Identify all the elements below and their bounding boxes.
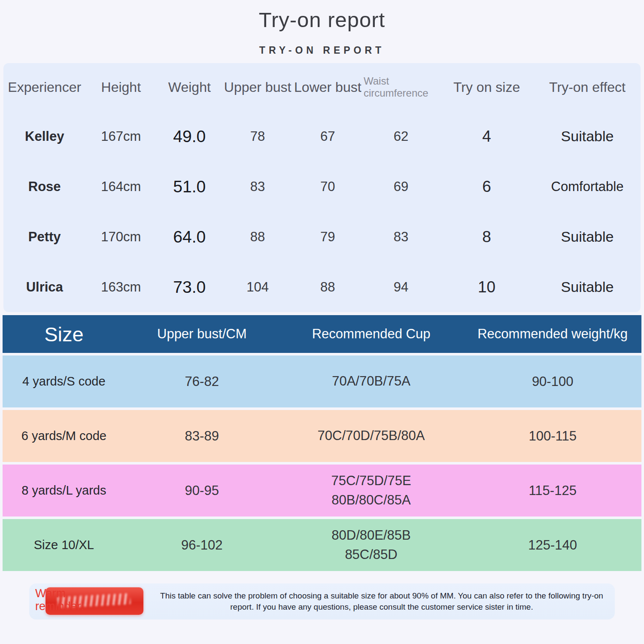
cell-bust-range: 76-82	[125, 374, 279, 389]
reminder-text: This table can solve the problem of choo…	[155, 590, 615, 612]
cell-size-label: Size 10/XL	[3, 538, 125, 552]
cell-waist: 62	[363, 129, 439, 144]
column-header-size: Size	[3, 322, 125, 346]
cell-upper-bust: 83	[222, 179, 292, 194]
table-row: Rose 164cm 51.0 83 70 69 6 Comfortable	[3, 161, 641, 212]
cell-height: 170cm	[85, 229, 156, 245]
cell-try-on-effect: Suitable	[534, 228, 641, 245]
column-header-recommended-cup: Recommended Cup	[279, 326, 464, 342]
warm-reminder-label-line2: reminder:	[35, 600, 84, 613]
cell-size-label: 6 yards/M code	[3, 429, 125, 443]
column-header-height: Height	[85, 79, 156, 95]
cell-recommended-cup: 70A/70B/75A	[279, 372, 464, 391]
column-header-recommended-weight: Recommended weight/kg	[464, 326, 641, 342]
cup-line: 80D/80E/85B	[279, 526, 464, 545]
size-row-m: 6 yards/M code 83-89 70C/70D/75B/80A 100…	[3, 410, 641, 462]
column-header-try-on-size: Try on size	[439, 79, 534, 95]
column-header-lower-bust: Lower bust	[293, 79, 363, 95]
cell-upper-bust: 104	[222, 279, 292, 295]
cell-try-on-size: 10	[439, 278, 534, 296]
cell-waist: 94	[363, 279, 439, 295]
cell-lower-bust: 79	[293, 229, 363, 245]
cell-weight: 64.0	[156, 228, 222, 246]
column-header-experiencer: Experiencer	[3, 79, 85, 95]
cell-weight: 51.0	[156, 177, 222, 196]
cell-weight-range: 100-115	[464, 428, 641, 444]
cell-size-label: 8 yards/L yards	[3, 483, 125, 498]
cell-weight-range: 125-140	[464, 538, 641, 553]
size-chart-header-row: Size Upper bust/CM Recommended Cup Recom…	[3, 315, 641, 353]
page-subtitle: TRY-ON REPORT	[0, 45, 644, 56]
warm-reminder-panel: Warm reminder: This table can solve the …	[29, 583, 615, 620]
title-block: Try-on report TRY-ON REPORT	[0, 0, 644, 63]
cup-line: 85C/85D	[279, 545, 464, 564]
cell-bust-range: 83-89	[125, 428, 279, 444]
cell-weight-range: 115-125	[464, 483, 641, 498]
cell-weight-range: 90-100	[464, 374, 641, 389]
cell-experiencer: Ulrica	[3, 279, 85, 295]
column-header-upper-bust: Upper bust	[222, 79, 292, 95]
cell-experiencer: Kelley	[3, 129, 85, 144]
cell-lower-bust: 88	[293, 279, 363, 295]
size-row-l: 8 yards/L yards 90-95 75C/75D/75E 80B/80…	[3, 465, 641, 516]
column-header-try-on-effect: Try-on effect	[534, 79, 641, 95]
warm-reminder-label-line1: Warm	[35, 587, 84, 600]
cell-bust-range: 90-95	[125, 483, 279, 498]
cell-lower-bust: 70	[293, 179, 363, 194]
cup-line: 75C/75D/75E	[279, 471, 464, 490]
cell-recommended-cup: 70C/70D/75B/80A	[279, 426, 464, 445]
cell-recommended-cup: 75C/75D/75E 80B/80C/85A	[279, 471, 464, 509]
size-row-xl: Size 10/XL 96-102 80D/80E/85B 85C/85D 12…	[3, 519, 641, 571]
cell-height: 164cm	[85, 179, 156, 194]
cell-weight: 49.0	[156, 127, 222, 146]
page-title: Try-on report	[0, 8, 644, 32]
cell-bust-range: 96-102	[125, 538, 279, 553]
cup-line: 70A/70B/75A	[279, 372, 464, 391]
cell-upper-bust: 78	[222, 129, 292, 144]
column-header-waist-circumference: Waist circumference	[363, 75, 439, 100]
tryon-report-table: Experiencer Height Weight Upper bust Low…	[3, 63, 641, 312]
table-row: Petty 170cm 64.0 88 79 83 8 Suitable	[3, 212, 641, 262]
cup-line: 70C/70D/75B/80A	[279, 426, 464, 445]
table-row: Kelley 167cm 49.0 78 67 62 4 Suitable	[3, 111, 641, 161]
cell-recommended-cup: 80D/80E/85B 85C/85D	[279, 526, 464, 564]
cell-lower-bust: 67	[293, 129, 363, 144]
warm-reminder-label: Warm reminder:	[35, 587, 84, 613]
cup-line: 80B/80C/85A	[279, 491, 464, 510]
cell-waist: 69	[363, 179, 439, 194]
size-row-s: 4 yards/S code 76-82 70A/70B/75A 90-100	[3, 355, 641, 407]
cell-weight: 73.0	[156, 278, 222, 297]
cell-try-on-effect: Comfortable	[534, 179, 641, 194]
cell-size-label: 4 yards/S code	[3, 374, 125, 389]
cell-try-on-effect: Suitable	[534, 279, 641, 295]
cell-try-on-size: 8	[439, 228, 534, 246]
cell-try-on-size: 4	[439, 128, 534, 146]
tryon-table-header-row: Experiencer Height Weight Upper bust Low…	[3, 63, 641, 111]
cell-try-on-effect: Suitable	[534, 128, 641, 145]
column-header-upper-bust-cm: Upper bust/CM	[125, 326, 279, 342]
cell-height: 163cm	[85, 279, 156, 295]
table-row: Ulrica 163cm 73.0 104 88 94 10 Suitable	[3, 262, 641, 312]
column-header-weight: Weight	[156, 79, 222, 95]
cell-height: 167cm	[85, 129, 156, 144]
cell-experiencer: Petty	[3, 229, 85, 245]
cell-upper-bust: 88	[222, 229, 292, 245]
cell-try-on-size: 6	[439, 178, 534, 196]
cell-experiencer: Rose	[3, 179, 85, 194]
cell-waist: 83	[363, 229, 439, 245]
